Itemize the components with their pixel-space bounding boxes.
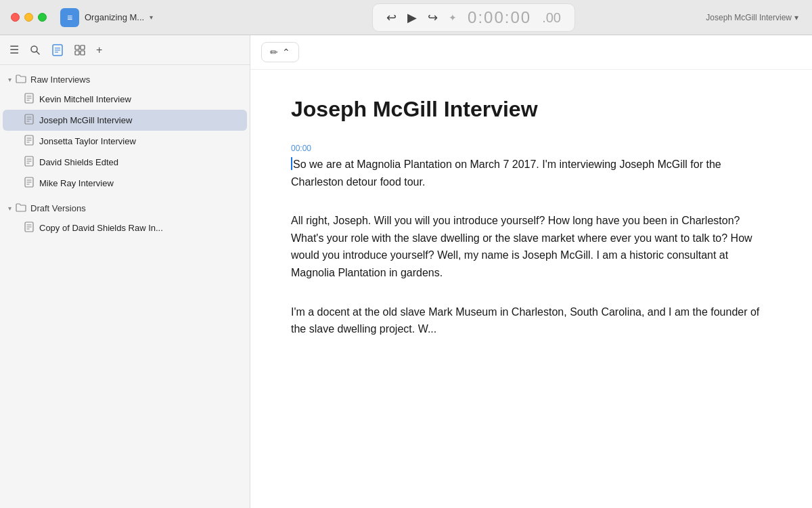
traffic-lights [0, 13, 58, 22]
current-doc-dropdown[interactable]: ▾ [794, 13, 798, 22]
text-cursor [291, 157, 292, 170]
doc-joseph-mcgill[interactable]: Joseph McGill Interview [3, 110, 247, 131]
titlebar: ≡ Organizing M... ▾ ↩ ▶ ↪ ✦ 0:00:00.00 J… [0, 0, 812, 35]
doc-jonsetta-taylor[interactable]: Jonsetta Taylor Interview [3, 131, 247, 152]
doc-svg-icon [24, 114, 34, 125]
folder-raw-interviews[interactable]: ▾ Raw Interviews [0, 70, 250, 89]
sidebar-menu-button[interactable]: ☰ [8, 42, 20, 58]
folder-draft-versions-label: Draft Versions [30, 203, 86, 213]
folder-chevron-raw-interviews: ▾ [8, 76, 12, 83]
transcript-block-0: 00:00 So we are at Magnolia Plantation o… [291, 144, 771, 190]
doc-svg-icon [24, 221, 34, 232]
rewind-button[interactable]: ↩ [386, 10, 397, 25]
sidebar-add-button[interactable]: + [95, 43, 104, 58]
doc-icon-copy-david-shields [24, 221, 34, 234]
editor-mode-button[interactable]: ✏ ⌃ [261, 42, 299, 62]
sidebar-toolbar: ☰ [0, 35, 250, 65]
doc-icon-david-shields [24, 156, 34, 169]
transcript-block-1: All right, Joseph. Will you will you int… [291, 212, 771, 281]
current-doc-label: Joseph McGill Interview ▾ [706, 0, 798, 35]
doc-kevin-mitchell[interactable]: Kevin Mitchell Interview [3, 89, 247, 110]
doc-copy-david-shields-label: Copy of David Shields Raw In... [39, 223, 163, 233]
svg-rect-8 [75, 51, 79, 55]
doc-svg-icon [24, 156, 34, 167]
rewind-icon: ↩ [386, 10, 397, 25]
doc-jonsetta-taylor-label: Jonsetta Taylor Interview [39, 136, 136, 146]
sidebar-search-button[interactable] [28, 43, 42, 57]
timecode-block-0: 00:00 [291, 144, 771, 153]
timecode-display: 0:00:00 [468, 8, 531, 27]
play-icon: ▶ [407, 10, 417, 25]
effects-icon: ✦ [449, 12, 457, 23]
editor-content[interactable]: Joseph McGill Interview 00:00 So we are … [250, 70, 812, 508]
effects-button[interactable]: ✦ [449, 12, 457, 23]
play-button[interactable]: ▶ [407, 10, 417, 25]
doc-mike-ray[interactable]: Mike Ray Interview [3, 173, 247, 194]
doc-view-icon [51, 44, 64, 56]
svg-line-1 [37, 51, 39, 54]
grid-icon [74, 45, 85, 56]
search-icon [30, 45, 41, 56]
edit-icon: ✏ [270, 47, 278, 58]
app-title-dropdown[interactable]: ▾ [150, 14, 153, 21]
doc-icon-kevin-mitchell [24, 93, 34, 106]
doc-david-shields[interactable]: David Shields Edted [3, 152, 247, 173]
app-icon-symbol: ≡ [67, 12, 72, 23]
sidebar-tree: ▾ Raw Interviews [0, 65, 250, 508]
mode-toggle-icon: ⌃ [282, 47, 290, 58]
timecode-ms: .00 [542, 10, 561, 26]
forward-button[interactable]: ↪ [428, 10, 438, 25]
transcript-block-2: I'm a docent at the old slave Mark Museu… [291, 303, 771, 338]
folder-chevron-draft-versions: ▾ [8, 205, 12, 212]
doc-icon-joseph-mcgill [24, 114, 34, 127]
sidebar-doc-view-button[interactable] [50, 43, 65, 58]
transcript-text-1[interactable]: All right, Joseph. Will you will you int… [291, 212, 771, 281]
editor-area: ✏ ⌃ Joseph McGill Interview 00:00 So we … [250, 35, 812, 508]
doc-copy-david-shields[interactable]: Copy of David Shields Raw In... [3, 217, 247, 238]
folder-icon-raw-interviews [16, 74, 26, 85]
sidebar-grid-view-button[interactable] [73, 43, 87, 57]
doc-icon-jonsetta-taylor [24, 135, 34, 148]
transcript-text-2[interactable]: I'm a docent at the old slave Mark Museu… [291, 303, 771, 338]
app-title: Organizing M... [85, 12, 144, 22]
doc-mike-ray-label: Mike Ray Interview [39, 178, 114, 188]
transport-controls: ↩ ▶ ↪ ✦ 0:00:00.00 [372, 3, 575, 32]
editor-toolbar: ✏ ⌃ [250, 35, 812, 70]
doc-david-shields-label: David Shields Edted [39, 157, 118, 167]
doc-joseph-mcgill-label: Joseph McGill Interview [39, 115, 132, 125]
sidebar: ☰ [0, 35, 250, 508]
svg-rect-9 [81, 51, 85, 55]
doc-icon-mike-ray [24, 177, 34, 190]
folder-svg-icon [16, 203, 26, 212]
folder-icon-draft-versions [16, 203, 26, 214]
svg-rect-7 [81, 45, 85, 49]
doc-svg-icon [24, 135, 34, 146]
minimize-button[interactable] [24, 13, 33, 22]
forward-icon: ↪ [428, 10, 438, 25]
current-doc-name: Joseph McGill Interview [706, 13, 792, 22]
folder-svg-icon [16, 74, 26, 83]
folder-draft-versions[interactable]: ▾ Draft Versions [0, 199, 250, 217]
maximize-button[interactable] [38, 13, 47, 22]
doc-svg-icon [24, 93, 34, 104]
main-content: ☰ [0, 35, 812, 508]
doc-kevin-mitchell-label: Kevin Mitchell Interview [39, 94, 131, 104]
close-button[interactable] [11, 13, 20, 22]
app-icon: ≡ [60, 8, 79, 27]
transcript-text-0[interactable]: So we are at Magnolia Plantation on Marc… [291, 156, 771, 190]
svg-rect-6 [75, 45, 79, 49]
doc-title: Joseph McGill Interview [291, 97, 771, 122]
folder-raw-interviews-label: Raw Interviews [30, 75, 90, 85]
doc-svg-icon [24, 177, 34, 188]
